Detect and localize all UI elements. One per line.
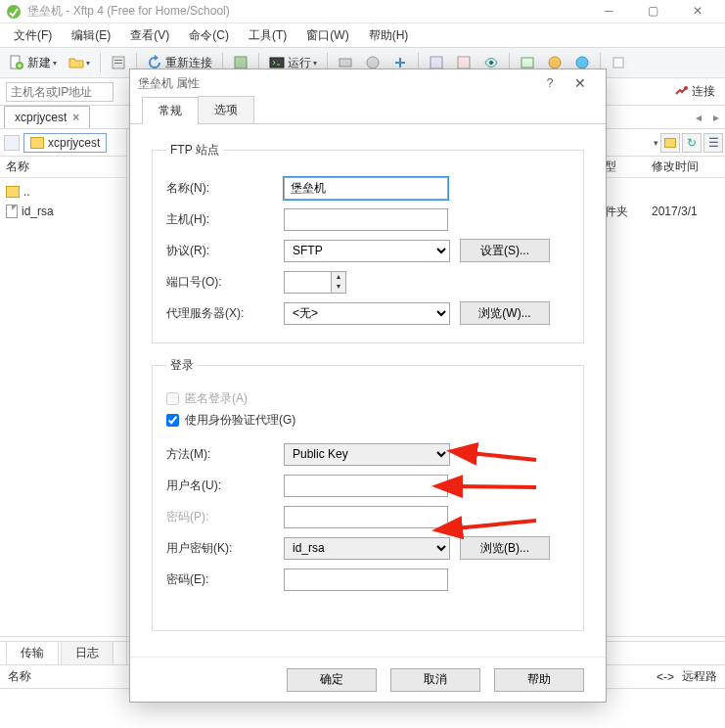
- nav-indicator: <->: [657, 670, 674, 684]
- dialog-help-button[interactable]: ?: [537, 76, 563, 90]
- svg-rect-13: [521, 58, 533, 68]
- open-button[interactable]: ▾: [64, 51, 95, 74]
- prop-button[interactable]: [106, 51, 131, 74]
- proxy-select[interactable]: <无>: [284, 302, 450, 325]
- spin-down[interactable]: ▾: [332, 282, 345, 293]
- new-file-icon: [9, 55, 24, 70]
- tab-options[interactable]: 选项: [198, 96, 254, 123]
- tab-log[interactable]: 日志: [61, 641, 113, 664]
- maximize-button[interactable]: ▢: [631, 1, 675, 23]
- close-button[interactable]: ✕: [675, 1, 719, 23]
- agent-checkbox[interactable]: 使用身份验证代理(G): [166, 409, 569, 431]
- method-label: 方法(M):: [166, 446, 284, 463]
- userkey-label: 用户密钥(K):: [166, 540, 284, 557]
- anon-checkbox[interactable]: 匿名登录(A): [166, 387, 569, 409]
- col-remote[interactable]: 远程路: [682, 668, 717, 685]
- host-input[interactable]: [6, 82, 113, 102]
- anon-label: 匿名登录(A): [185, 390, 248, 407]
- group-label: 登录: [166, 357, 198, 374]
- list-item[interactable]: [605, 182, 719, 202]
- list-item[interactable]: 件夹 2017/3/1: [605, 202, 719, 221]
- dialog-close-button[interactable]: ✕: [563, 75, 598, 91]
- folder-icon: [664, 138, 676, 148]
- view-button[interactable]: ☰: [703, 133, 723, 153]
- menu-help[interactable]: 帮助(H): [359, 25, 419, 46]
- menu-edit[interactable]: 编辑(E): [62, 25, 120, 46]
- tab-general[interactable]: 常规: [142, 97, 199, 124]
- properties-icon: [111, 55, 126, 70]
- menu-command[interactable]: 命令(C): [179, 25, 239, 46]
- svg-rect-6: [235, 57, 247, 68]
- svg-rect-11: [458, 57, 470, 68]
- svg-point-12: [489, 61, 493, 65]
- tab-next[interactable]: ▸: [707, 111, 725, 124]
- browse-proxy-button[interactable]: 浏览(W)...: [460, 301, 550, 325]
- method-select[interactable]: Public Key: [284, 443, 450, 466]
- file-icon: [6, 205, 18, 218]
- username-field[interactable]: [284, 475, 448, 497]
- svg-point-15: [576, 57, 588, 68]
- settings-button[interactable]: 设置(S)...: [460, 239, 550, 262]
- btn-k[interactable]: [606, 51, 631, 74]
- host-label: 主机(H):: [166, 211, 284, 228]
- connect-label: 连接: [692, 83, 715, 100]
- dialog-title-bar[interactable]: 堡垒机 属性 ? ✕: [130, 69, 606, 97]
- document-tab[interactable]: xcprjycest ×: [4, 106, 90, 128]
- tab-prev[interactable]: ◂: [690, 111, 707, 124]
- doc-tab-label: xcprjycest: [15, 111, 67, 124]
- close-icon[interactable]: ×: [72, 111, 79, 124]
- breadcrumb-current[interactable]: xcprjycest: [23, 133, 107, 153]
- spin-up[interactable]: ▴: [332, 272, 345, 283]
- new-button[interactable]: 新建 ▾: [4, 51, 62, 74]
- svg-rect-16: [613, 58, 623, 68]
- port-label: 端口号(O):: [166, 274, 284, 291]
- left-pane: xcprjycest 名称 .. id_rsa: [0, 129, 127, 665]
- connect-link[interactable]: 连接: [673, 83, 715, 100]
- protocol-label: 协议(R):: [166, 243, 284, 259]
- list-item-up[interactable]: ..: [6, 182, 120, 202]
- browse-key-button[interactable]: 浏览(B)...: [460, 536, 550, 560]
- protocol-select[interactable]: SFTP: [284, 240, 450, 262]
- refresh-button[interactable]: ↻: [682, 133, 702, 153]
- anon-check[interactable]: [166, 392, 179, 405]
- svg-point-0: [7, 5, 21, 19]
- menu-window[interactable]: 窗口(W): [296, 25, 358, 46]
- properties-dialog: 堡垒机 属性 ? ✕ 常规 选项 FTP 站点 名称(N): 主机(H): 协议…: [129, 68, 607, 703]
- svg-rect-8: [340, 59, 351, 67]
- name-field[interactable]: [284, 177, 448, 200]
- view-icon[interactable]: [4, 135, 20, 151]
- minimize-button[interactable]: ─: [587, 1, 631, 23]
- svg-point-17: [684, 86, 688, 90]
- group-label: FTP 站点: [166, 142, 223, 159]
- item-mtime: 2017/3/1: [652, 205, 698, 218]
- nav-up-button[interactable]: [660, 133, 680, 153]
- host-field[interactable]: [284, 208, 448, 231]
- cancel-button[interactable]: 取消: [390, 668, 480, 692]
- tab-transfer[interactable]: 传输: [6, 641, 59, 664]
- menu-tools[interactable]: 工具(T): [239, 25, 296, 46]
- port-stepper[interactable]: ▴▾: [284, 271, 346, 294]
- right-pane: ▾ ↻ ☰ 型 修改时间 件夹 2017/3/1: [598, 129, 725, 665]
- menu-file[interactable]: 文件(F): [4, 25, 62, 46]
- svg-rect-5: [114, 63, 122, 64]
- list-header: 名称: [0, 157, 126, 178]
- port-field[interactable]: [284, 271, 331, 294]
- right-list-header: 型 修改时间: [599, 157, 725, 178]
- userkey-select[interactable]: id_rsa: [284, 537, 450, 560]
- help-button[interactable]: 帮助: [494, 668, 584, 692]
- agent-check[interactable]: [166, 414, 179, 427]
- menu-view[interactable]: 查看(V): [120, 25, 179, 46]
- folder-icon: [30, 137, 44, 149]
- keypass-label: 密码(E):: [166, 571, 284, 588]
- chevron-down-icon[interactable]: ▾: [654, 138, 658, 148]
- item-type: 件夹: [605, 204, 648, 220]
- col-mtime[interactable]: 修改时间: [646, 159, 704, 175]
- keypass-field[interactable]: [284, 569, 448, 591]
- login-group: 登录 匿名登录(A) 使用身份验证代理(G) 方法(M): Public Key…: [152, 357, 584, 631]
- password-field: [284, 506, 448, 528]
- svg-point-14: [549, 57, 561, 68]
- list-item[interactable]: id_rsa: [6, 202, 120, 221]
- col-name[interactable]: 名称: [0, 159, 35, 175]
- ok-button[interactable]: 确定: [287, 668, 377, 692]
- col-name[interactable]: 名称: [8, 668, 31, 685]
